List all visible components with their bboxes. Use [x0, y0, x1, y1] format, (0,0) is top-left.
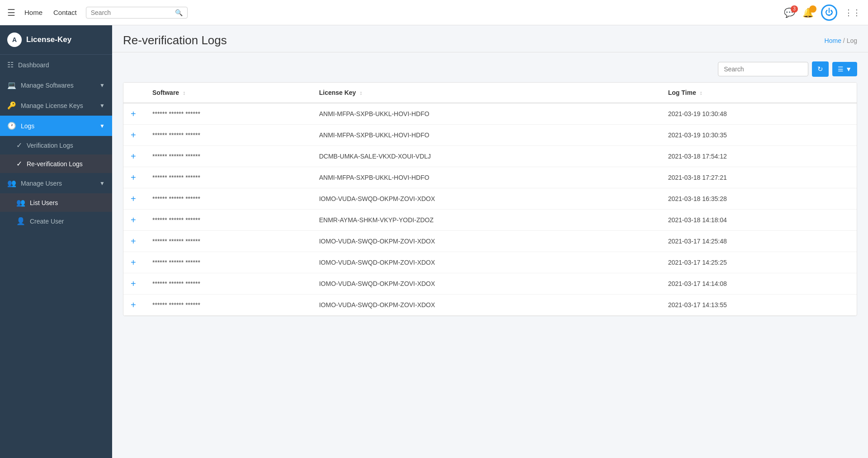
table-row: + ****** ****** ****** ANMI-MFPA-SXPB-UK… — [123, 125, 857, 146]
table-container: Software ↕ License Key ↕ Log Time ↕ — [123, 82, 857, 316]
alerts-badge — [809, 5, 816, 13]
nav-links: Home Contact — [24, 9, 77, 16]
columns-toggle-button[interactable]: ☰ ▼ — [832, 62, 857, 76]
brand-name: License-Key — [26, 35, 71, 44]
software-sort-icon[interactable]: ↕ — [183, 90, 185, 96]
page-header: Re-verification Logs Home / Log — [112, 25, 868, 52]
sidebar-item-softwares-label: Manage Softwares — [21, 82, 74, 89]
sidebar-subitem-list-users-label: List Users — [30, 199, 58, 206]
sidebar-subitem-verification-logs-label: Verification Logs — [27, 142, 73, 149]
sidebar-subitem-create-user[interactable]: 👤 Create User — [0, 212, 112, 230]
software-cell: ****** ****** ****** — [145, 146, 312, 167]
breadcrumb: Home / Log — [825, 37, 857, 44]
users-icon: 👥 — [7, 179, 16, 187]
licensekey-sort-icon[interactable]: ↕ — [359, 90, 362, 96]
list-users-icon: 👥 — [16, 198, 25, 207]
software-cell: ****** ****** ****** — [145, 103, 312, 125]
expand-cell: + — [123, 231, 145, 252]
expand-cell: + — [123, 146, 145, 167]
expand-button[interactable]: + — [131, 236, 136, 246]
sidebar-item-users[interactable]: 👥 Manage Users ▼ — [0, 173, 112, 193]
expand-button[interactable]: + — [131, 300, 136, 310]
table-row: + ****** ****** ****** IOMO-VUDA-SWQD-OK… — [123, 294, 857, 316]
licensekey-cell: ANMI-MFPA-SXPB-UKKL-HOVI-HDFO — [312, 103, 661, 125]
expand-cell: + — [123, 125, 145, 146]
messages-button[interactable]: 💬 3 — [784, 7, 795, 18]
licensekey-cell: ANMI-MFPA-SXPB-UKKL-HOVI-HDFO — [312, 125, 661, 146]
logtime-cell: 2021-03-17 14:25:48 — [661, 231, 857, 252]
expand-button[interactable]: + — [131, 173, 136, 182]
logtime-cell: 2021-03-17 14:14:08 — [661, 273, 857, 294]
content-area: ↻ ☰ ▼ Software ↕ — [112, 52, 868, 458]
logtime-cell: 2021-03-19 10:30:48 — [661, 103, 857, 125]
monitor-icon: 💻 — [7, 81, 16, 89]
messages-badge: 3 — [791, 5, 798, 13]
alerts-button[interactable]: 🔔 — [802, 7, 814, 18]
logtime-cell: 2021-03-17 14:25:25 — [661, 252, 857, 273]
home-link[interactable]: Home — [24, 9, 42, 16]
software-cell: ****** ****** ****** — [145, 252, 312, 273]
table-row: + ****** ****** ****** IOMO-VUDA-SWQD-OK… — [123, 252, 857, 273]
breadcrumb-separator: / — [843, 37, 847, 44]
software-cell: ****** ****** ****** — [145, 273, 312, 294]
expand-button[interactable]: + — [131, 130, 136, 140]
table-row: + ****** ****** ****** ANMI-MFPA-SXPB-UK… — [123, 103, 857, 125]
layout: A License-Key ☷ Dashboard 💻 Manage Softw… — [0, 25, 868, 458]
nav-search-bar: 🔍 — [86, 7, 188, 19]
sidebar-item-logs-label: Logs — [21, 122, 34, 130]
licensekey-cell: IOMO-VUDA-SWQD-OKPM-ZOVI-XDOX — [312, 294, 661, 316]
expand-button[interactable]: + — [131, 151, 136, 161]
expand-cell: + — [123, 103, 145, 125]
sidebar-subitem-reverification-logs[interactable]: ✓ Re-verification Logs — [0, 154, 112, 173]
software-cell: ****** ****** ****** — [145, 210, 312, 231]
sidebar-item-licensekeys[interactable]: 🔑 Manage License Keys ▼ — [0, 95, 112, 116]
breadcrumb-current: Log — [847, 37, 857, 44]
table-toolbar: ↻ ☰ ▼ — [123, 61, 857, 77]
col-header-licensekey: License Key ↕ — [312, 83, 661, 103]
columns-icon: ☰ — [838, 65, 844, 73]
page-title: Re-verification Logs — [123, 33, 227, 47]
table-search-input[interactable] — [718, 62, 808, 76]
sidebar-item-licensekeys-label: Manage License Keys — [21, 102, 83, 109]
sidebar-subitem-reverification-logs-label: Re-verification Logs — [27, 160, 83, 168]
expand-button[interactable]: + — [131, 279, 136, 289]
topnav: ☰ Home Contact 🔍 💬 3 🔔 ⏻ ⋮⋮ — [0, 0, 868, 25]
expand-cell: + — [123, 252, 145, 273]
licensekeys-arrow-icon: ▼ — [99, 103, 105, 109]
contact-link[interactable]: Contact — [53, 9, 77, 16]
logtime-sort-icon[interactable]: ↕ — [700, 90, 703, 96]
power-button[interactable]: ⏻ — [821, 5, 837, 21]
nav-search-input[interactable] — [91, 9, 172, 16]
sidebar-item-dashboard[interactable]: ☷ Dashboard — [0, 55, 112, 75]
expand-cell: + — [123, 188, 145, 210]
nav-search-icon: 🔍 — [175, 9, 183, 16]
sidebar-item-logs[interactable]: 🕐 Logs ▼ — [0, 116, 112, 136]
expand-button[interactable]: + — [131, 109, 136, 119]
software-cell: ****** ****** ****** — [145, 188, 312, 210]
col-header-expand — [123, 83, 145, 103]
col-header-logtime: Log Time ↕ — [661, 83, 857, 103]
expand-button[interactable]: + — [131, 257, 136, 267]
table-row: + ****** ****** ****** DCMB-UMKA-SALE-VK… — [123, 146, 857, 167]
logtime-cell: 2021-03-18 16:35:28 — [661, 188, 857, 210]
grid-icon[interactable]: ⋮⋮ — [844, 8, 861, 18]
hamburger-icon[interactable]: ☰ — [7, 7, 15, 18]
breadcrumb-home-link[interactable]: Home — [825, 37, 841, 44]
sidebar-item-softwares[interactable]: 💻 Manage Softwares ▼ — [0, 75, 112, 95]
refresh-button[interactable]: ↻ — [812, 61, 829, 77]
expand-button[interactable]: + — [131, 194, 136, 204]
sidebar-subitem-list-users[interactable]: 👥 List Users — [0, 193, 112, 212]
dashboard-icon: ☷ — [7, 61, 14, 69]
logtime-cell: 2021-03-18 17:54:12 — [661, 146, 857, 167]
software-cell: ****** ****** ****** — [145, 231, 312, 252]
add-user-icon: 👤 — [16, 217, 25, 225]
licensekey-cell: IOMO-VUDA-SWQD-OKPM-ZOVI-XDOX — [312, 188, 661, 210]
table-row: + ****** ****** ****** ANMI-MFPA-SXPB-UK… — [123, 167, 857, 188]
sidebar-subitem-verification-logs[interactable]: ✓ Verification Logs — [0, 136, 112, 154]
expand-button[interactable]: + — [131, 215, 136, 225]
users-arrow-icon: ▼ — [99, 180, 105, 187]
power-icon: ⏻ — [825, 8, 833, 17]
software-cell: ****** ****** ****** — [145, 167, 312, 188]
sidebar-subitem-create-user-label: Create User — [30, 218, 64, 225]
sidebar-item-users-label: Manage Users — [21, 180, 62, 187]
